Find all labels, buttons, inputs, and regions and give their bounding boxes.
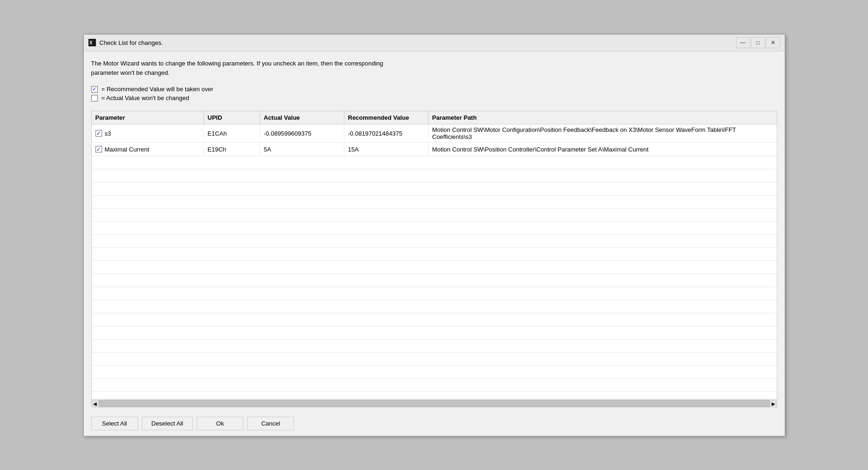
- scroll-right-button[interactable]: ▶: [770, 400, 777, 407]
- empty-row: [92, 353, 777, 366]
- empty-row: [92, 195, 777, 209]
- empty-row: [92, 156, 777, 169]
- description-line2: parameter won't be changed.: [91, 68, 777, 78]
- table-body: s3 E1CAh -0.089599609375 -0.081970214843…: [92, 124, 777, 399]
- table-header: Parameter UPID Actual Value Recommended …: [92, 111, 777, 124]
- ok-button[interactable]: Ok: [197, 417, 243, 430]
- legend: = Recommended Value will be taken over =…: [91, 86, 777, 103]
- minimize-button[interactable]: —: [736, 37, 750, 48]
- empty-row: [92, 366, 777, 379]
- cell-recommended-1: 15A: [344, 143, 429, 156]
- legend-checked-item: = Recommended Value will be taken over: [91, 86, 777, 93]
- empty-row: [92, 235, 777, 248]
- svg-text:X: X: [89, 40, 93, 45]
- col-upid: UPID: [204, 111, 260, 124]
- parameter-name-1: Maximal Current: [105, 146, 149, 153]
- scrollbar-thumb[interactable]: [99, 400, 770, 407]
- main-window: X Check List for changes. — □ ✕ The Moto…: [83, 34, 785, 436]
- col-actual-value: Actual Value: [260, 111, 344, 124]
- empty-row: [92, 300, 777, 313]
- close-button[interactable]: ✕: [766, 37, 780, 48]
- cell-upid-0: E1CAh: [204, 127, 260, 140]
- title-bar-controls: — □ ✕: [736, 37, 780, 48]
- empty-row: [92, 209, 777, 222]
- content-area: The Motor Wizard wants to change the fol…: [84, 51, 785, 411]
- legend-unchecked-label: = Actual Value won't be changed: [102, 94, 190, 101]
- empty-row: [92, 169, 777, 182]
- col-recommended-value: Recommended Value: [344, 111, 429, 124]
- app-icon: X: [88, 39, 96, 46]
- col-parameter-path: Parameter Path: [429, 111, 777, 124]
- legend-checked-checkbox: [91, 86, 98, 93]
- empty-row: [92, 326, 777, 340]
- deselect-all-button[interactable]: Deselect All: [142, 417, 193, 430]
- col-parameter: Parameter: [92, 111, 204, 124]
- cell-path-0: Motion Control SW\Motor Configuration\Po…: [429, 124, 777, 142]
- scrollbar-track[interactable]: [99, 400, 770, 407]
- table-row: Maximal Current E19Ch 5A 15A Motion Cont…: [92, 143, 777, 156]
- empty-row: [92, 248, 777, 261]
- empty-row: [92, 182, 777, 195]
- empty-row: [92, 222, 777, 235]
- empty-row: [92, 261, 777, 274]
- parameter-name-0: s3: [105, 130, 111, 137]
- cell-actual-0: -0.089599609375: [260, 127, 344, 140]
- legend-unchecked-checkbox: [91, 95, 98, 101]
- cell-upid-1: E19Ch: [204, 143, 260, 156]
- cell-path-1: Motion Control SW\Position Controller\Co…: [429, 143, 777, 156]
- cell-recommended-0: -0.08197021484375: [344, 127, 429, 140]
- row-checkbox-1[interactable]: [95, 146, 102, 152]
- description-line1: The Motor Wizard wants to change the fol…: [91, 59, 777, 69]
- legend-checked-label: = Recommended Value will be taken over: [102, 86, 213, 93]
- title-bar-left: X Check List for changes.: [88, 39, 163, 46]
- empty-row: [92, 379, 777, 392]
- cell-parameter-0: s3: [92, 127, 204, 140]
- description-text: The Motor Wizard wants to change the fol…: [91, 59, 777, 79]
- title-bar: X Check List for changes. — □ ✕: [84, 35, 785, 51]
- footer: Select All Deselect All Ok Cancel: [84, 411, 785, 436]
- empty-row: [92, 287, 777, 300]
- row-checkbox-0[interactable]: [95, 130, 102, 137]
- empty-row: [92, 313, 777, 326]
- empty-row: [92, 340, 777, 353]
- horizontal-scrollbar[interactable]: ◀ ▶: [91, 400, 777, 407]
- scroll-left-button[interactable]: ◀: [91, 400, 99, 407]
- table-row: s3 E1CAh -0.089599609375 -0.081970214843…: [92, 124, 777, 143]
- empty-row: [92, 274, 777, 287]
- cell-parameter-1: Maximal Current: [92, 143, 204, 156]
- select-all-button[interactable]: Select All: [91, 417, 138, 430]
- window-title: Check List for changes.: [100, 39, 163, 46]
- parameter-table: Parameter UPID Actual Value Recommended …: [91, 111, 777, 399]
- legend-unchecked-item: = Actual Value won't be changed: [91, 94, 777, 101]
- cell-actual-1: 5A: [260, 143, 344, 156]
- cancel-button[interactable]: Cancel: [247, 417, 294, 430]
- maximize-button[interactable]: □: [751, 37, 765, 48]
